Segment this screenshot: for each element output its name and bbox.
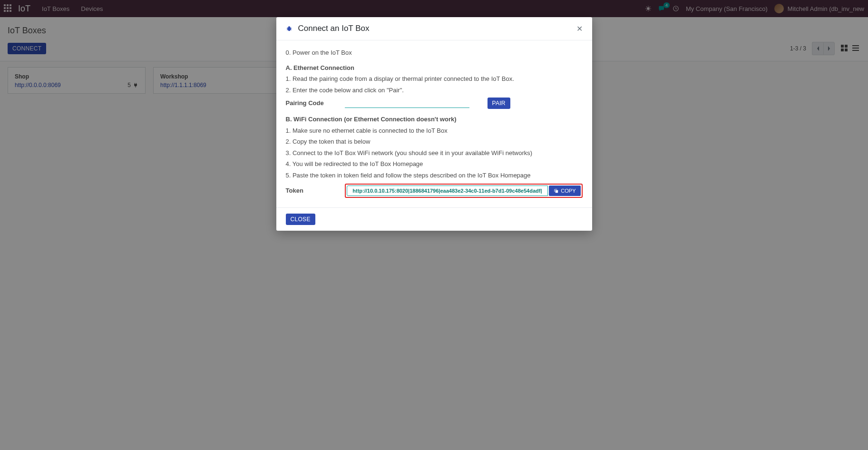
pairing-row: Pairing Code PAIR bbox=[286, 98, 583, 99]
modal-overlay: Connect an IoT Box ✕ 0. Power on the IoT… bbox=[0, 0, 868, 99]
pairing-code-input[interactable] bbox=[345, 98, 469, 99]
pair-button[interactable]: PAIR bbox=[488, 98, 510, 99]
modal-header: Connect an IoT Box ✕ bbox=[276, 17, 592, 40]
section-a-head: A. Ethernet Connection bbox=[286, 63, 583, 73]
connect-modal: Connect an IoT Box ✕ 0. Power on the IoT… bbox=[276, 17, 592, 99]
step-text: 0. Power on the IoT Box bbox=[286, 48, 583, 58]
close-icon[interactable]: ✕ bbox=[576, 24, 583, 33]
step-text: 1. Read the pairing code from a display … bbox=[286, 74, 583, 84]
modal-body: 0. Power on the IoT Box A. Ethernet Conn… bbox=[276, 40, 592, 99]
step-text: 2. Enter the code below and click on "Pa… bbox=[286, 86, 583, 95]
pairing-code-label: Pairing Code bbox=[286, 98, 345, 99]
modal-title: Connect an IoT Box bbox=[298, 24, 576, 33]
bug-icon bbox=[286, 25, 293, 32]
